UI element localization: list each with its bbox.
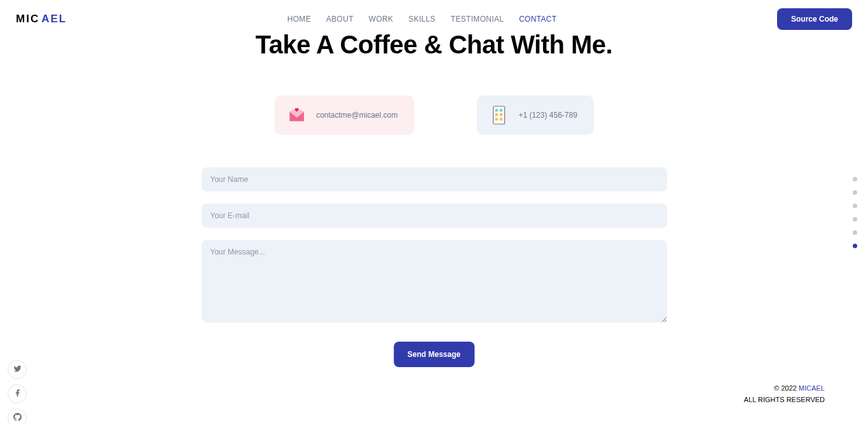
email-icon bbox=[286, 104, 307, 126]
footer-brand: MICAEL bbox=[799, 384, 825, 392]
email-input[interactable] bbox=[202, 204, 667, 228]
nav-dot-0[interactable] bbox=[853, 177, 857, 181]
nav-dots bbox=[853, 177, 857, 248]
contact-form bbox=[202, 167, 667, 323]
footer-line2: ALL RIGHTS RESERVED bbox=[744, 394, 825, 406]
svg-rect-6 bbox=[499, 118, 502, 121]
footer-copyright: © 2022 bbox=[774, 384, 799, 392]
main-nav: HOME ABOUT WORK SKILLS TESTIMONIAL CONTA… bbox=[287, 15, 557, 24]
message-textarea[interactable] bbox=[202, 240, 667, 323]
svg-rect-4 bbox=[499, 113, 502, 116]
source-code-button[interactable]: Source Code bbox=[777, 8, 852, 30]
github-icon bbox=[13, 412, 22, 424]
email-text: contactme@micael.com bbox=[316, 111, 397, 120]
nav-home[interactable]: HOME bbox=[287, 15, 311, 24]
email-card[interactable]: contactme@micael.com bbox=[274, 95, 414, 135]
send-message-button[interactable]: Send Message bbox=[394, 342, 474, 367]
nav-skills[interactable]: SKILLS bbox=[408, 15, 436, 24]
nav-about[interactable]: ABOUT bbox=[326, 15, 354, 24]
footer-line1: © 2022 MICAEL bbox=[744, 382, 825, 394]
svg-rect-5 bbox=[495, 118, 498, 121]
page-title: Take A Coffee & Chat With Me. bbox=[0, 31, 868, 59]
nav-dot-4[interactable] bbox=[853, 230, 857, 235]
logo[interactable]: MIC AEL bbox=[16, 13, 67, 25]
nav-dot-5[interactable] bbox=[853, 244, 857, 248]
nav-contact[interactable]: CONTACT bbox=[519, 15, 556, 24]
logo-part-a: MIC bbox=[16, 13, 39, 25]
phone-icon bbox=[488, 104, 509, 126]
nav-dot-2[interactable] bbox=[853, 204, 857, 208]
name-input[interactable] bbox=[202, 167, 667, 192]
github-link[interactable] bbox=[8, 408, 27, 425]
footer: © 2022 MICAEL ALL RIGHTS RESERVED bbox=[744, 382, 825, 406]
twitter-link[interactable] bbox=[8, 360, 27, 379]
svg-rect-1 bbox=[495, 109, 498, 112]
phone-card[interactable]: +1 (123) 456-789 bbox=[476, 95, 593, 135]
nav-dot-3[interactable] bbox=[853, 217, 857, 221]
nav-work[interactable]: WORK bbox=[369, 15, 394, 24]
logo-part-b: AEL bbox=[41, 13, 67, 25]
nav-testimonial[interactable]: TESTIMONIAL bbox=[451, 15, 504, 24]
facebook-link[interactable] bbox=[8, 384, 27, 403]
twitter-icon bbox=[13, 364, 22, 375]
contact-cards: contactme@micael.com +1 (123) 456-789 bbox=[274, 95, 594, 135]
phone-text: +1 (123) 456-789 bbox=[518, 111, 577, 120]
nav-dot-1[interactable] bbox=[853, 190, 857, 195]
facebook-icon bbox=[13, 388, 22, 400]
svg-rect-3 bbox=[495, 113, 498, 116]
svg-rect-0 bbox=[493, 106, 504, 124]
svg-rect-2 bbox=[499, 109, 502, 112]
social-links bbox=[8, 360, 27, 425]
